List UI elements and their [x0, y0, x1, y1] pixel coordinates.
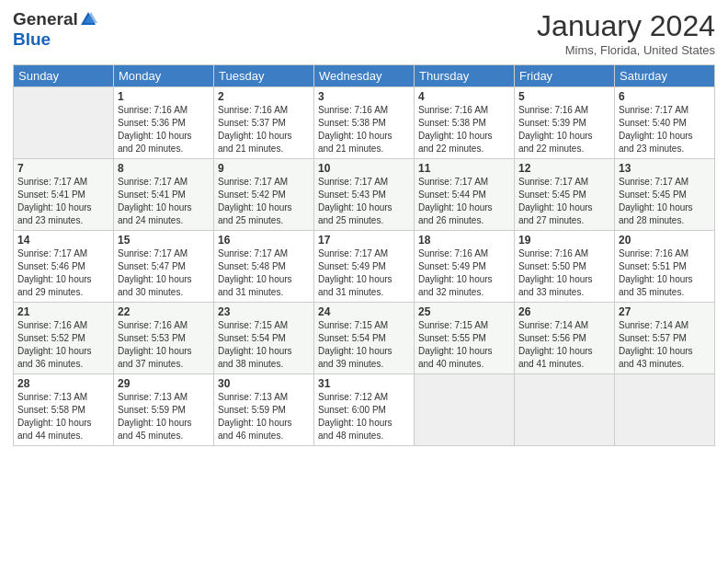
daylight-text: Daylight: 10 hours and 32 minutes. [418, 274, 493, 297]
daylight-text: Daylight: 10 hours and 39 minutes. [318, 346, 392, 369]
daylight-text: Daylight: 10 hours and 21 minutes. [218, 131, 292, 154]
day-number: 14 [17, 234, 109, 247]
col-saturday: Saturday [615, 65, 715, 87]
sunset-text: Sunset: 5:51 PM [619, 261, 687, 271]
table-row: 31Sunrise: 7:12 AMSunset: 6:00 PMDayligh… [314, 374, 415, 446]
day-number: 18 [418, 234, 510, 247]
table-row: 7Sunrise: 7:17 AMSunset: 5:41 PMDaylight… [14, 159, 114, 231]
day-number: 2 [218, 90, 310, 103]
daylight-text: Daylight: 10 hours and 41 minutes. [518, 346, 593, 369]
daylight-text: Daylight: 10 hours and 25 minutes. [318, 202, 392, 225]
table-row: 10Sunrise: 7:17 AMSunset: 5:43 PMDayligh… [314, 159, 415, 231]
sunset-text: Sunset: 5:48 PM [218, 261, 286, 271]
day-number: 28 [17, 377, 109, 390]
daylight-text: Daylight: 10 hours and 26 minutes. [418, 202, 493, 225]
day-info: Sunrise: 7:16 AMSunset: 5:38 PMDaylight:… [418, 104, 510, 155]
table-row: 23Sunrise: 7:15 AMSunset: 5:54 PMDayligh… [214, 303, 314, 374]
sunrise-text: Sunrise: 7:14 AM [619, 320, 688, 330]
day-number: 30 [218, 377, 310, 390]
day-info: Sunrise: 7:16 AMSunset: 5:39 PMDaylight:… [518, 104, 610, 155]
sunrise-text: Sunrise: 7:17 AM [17, 248, 87, 259]
sunrise-text: Sunrise: 7:16 AM [418, 105, 488, 115]
daylight-text: Daylight: 10 hours and 36 minutes. [17, 346, 92, 369]
logo-icon [79, 10, 97, 29]
day-info: Sunrise: 7:12 AMSunset: 6:00 PMDaylight:… [318, 391, 410, 442]
col-sunday: Sunday [14, 65, 114, 87]
sunset-text: Sunset: 5:49 PM [418, 261, 486, 271]
sunset-text: Sunset: 5:46 PM [17, 261, 85, 271]
day-info: Sunrise: 7:16 AMSunset: 5:36 PMDaylight:… [118, 104, 210, 155]
day-number: 31 [318, 377, 410, 390]
table-row: 21Sunrise: 7:16 AMSunset: 5:52 PMDayligh… [14, 303, 114, 374]
table-row: 11Sunrise: 7:17 AMSunset: 5:44 PMDayligh… [415, 159, 515, 231]
day-number: 15 [118, 234, 210, 247]
sunset-text: Sunset: 5:57 PM [619, 333, 687, 343]
day-info: Sunrise: 7:16 AMSunset: 5:50 PMDaylight:… [518, 247, 610, 299]
sunset-text: Sunset: 5:38 PM [418, 118, 486, 128]
daylight-text: Daylight: 10 hours and 37 minutes. [118, 346, 192, 369]
sunset-text: Sunset: 5:50 PM [518, 261, 586, 271]
month-title: January 2024 [537, 9, 715, 43]
daylight-text: Daylight: 10 hours and 35 minutes. [619, 274, 693, 297]
sunset-text: Sunset: 5:53 PM [118, 333, 186, 343]
day-info: Sunrise: 7:13 AMSunset: 5:59 PMDaylight:… [118, 391, 210, 442]
day-info: Sunrise: 7:16 AMSunset: 5:52 PMDaylight:… [17, 319, 109, 371]
day-number: 9 [218, 162, 310, 175]
sunrise-text: Sunrise: 7:17 AM [318, 177, 388, 187]
sunset-text: Sunset: 5:54 PM [218, 333, 286, 343]
table-row: 30Sunrise: 7:13 AMSunset: 5:59 PMDayligh… [214, 374, 314, 446]
daylight-text: Daylight: 10 hours and 28 minutes. [619, 202, 693, 225]
sunrise-text: Sunrise: 7:15 AM [318, 320, 388, 330]
sunset-text: Sunset: 5:36 PM [118, 118, 186, 128]
sunrise-text: Sunrise: 7:16 AM [518, 105, 588, 115]
daylight-text: Daylight: 10 hours and 31 minutes. [218, 274, 292, 297]
day-info: Sunrise: 7:17 AMSunset: 5:46 PMDaylight:… [17, 247, 109, 299]
col-tuesday: Tuesday [214, 65, 314, 87]
sunrise-text: Sunrise: 7:16 AM [218, 105, 288, 115]
calendar-header-row: Sunday Monday Tuesday Wednesday Thursday… [14, 65, 715, 87]
day-number: 4 [418, 90, 510, 103]
day-number: 6 [619, 90, 711, 103]
sunset-text: Sunset: 6:00 PM [318, 405, 386, 415]
day-number: 13 [619, 162, 711, 175]
day-info: Sunrise: 7:17 AMSunset: 5:43 PMDaylight:… [318, 176, 410, 227]
day-number: 29 [118, 377, 210, 390]
day-info: Sunrise: 7:15 AMSunset: 5:55 PMDaylight:… [418, 319, 510, 371]
day-info: Sunrise: 7:17 AMSunset: 5:45 PMDaylight:… [619, 176, 711, 227]
logo-blue: Blue [13, 29, 51, 49]
day-info: Sunrise: 7:17 AMSunset: 5:47 PMDaylight:… [118, 247, 210, 299]
daylight-text: Daylight: 10 hours and 38 minutes. [218, 346, 292, 369]
day-number: 1 [118, 90, 210, 103]
day-number: 25 [418, 305, 510, 318]
table-row: 12Sunrise: 7:17 AMSunset: 5:45 PMDayligh… [515, 159, 615, 231]
calendar-week-row: 21Sunrise: 7:16 AMSunset: 5:52 PMDayligh… [14, 303, 715, 374]
day-info: Sunrise: 7:16 AMSunset: 5:38 PMDaylight:… [318, 104, 410, 155]
sunset-text: Sunset: 5:55 PM [418, 333, 486, 343]
table-row [415, 374, 515, 446]
table-row: 22Sunrise: 7:16 AMSunset: 5:53 PMDayligh… [114, 303, 214, 374]
col-thursday: Thursday [415, 65, 515, 87]
day-info: Sunrise: 7:14 AMSunset: 5:57 PMDaylight:… [619, 319, 711, 371]
sunrise-text: Sunrise: 7:17 AM [218, 248, 288, 259]
sunrise-text: Sunrise: 7:13 AM [118, 392, 188, 402]
day-info: Sunrise: 7:16 AMSunset: 5:49 PMDaylight:… [418, 247, 510, 299]
sunrise-text: Sunrise: 7:12 AM [318, 392, 388, 402]
day-number: 19 [518, 234, 610, 247]
day-number: 3 [318, 90, 410, 103]
daylight-text: Daylight: 10 hours and 40 minutes. [418, 346, 493, 369]
day-number: 27 [619, 305, 711, 318]
sunset-text: Sunset: 5:56 PM [518, 333, 586, 343]
sunset-text: Sunset: 5:58 PM [17, 405, 85, 415]
table-row [14, 87, 114, 159]
sunrise-text: Sunrise: 7:16 AM [118, 320, 188, 330]
sunset-text: Sunset: 5:54 PM [318, 333, 386, 343]
sunset-text: Sunset: 5:42 PM [218, 190, 286, 200]
sunrise-text: Sunrise: 7:17 AM [619, 105, 688, 115]
day-number: 5 [518, 90, 610, 103]
table-row: 17Sunrise: 7:17 AMSunset: 5:49 PMDayligh… [314, 231, 415, 303]
sunrise-text: Sunrise: 7:17 AM [17, 177, 87, 187]
day-number: 21 [17, 305, 109, 318]
sunrise-text: Sunrise: 7:16 AM [118, 105, 188, 115]
sunrise-text: Sunrise: 7:17 AM [118, 248, 188, 259]
sunrise-text: Sunrise: 7:15 AM [218, 320, 288, 330]
